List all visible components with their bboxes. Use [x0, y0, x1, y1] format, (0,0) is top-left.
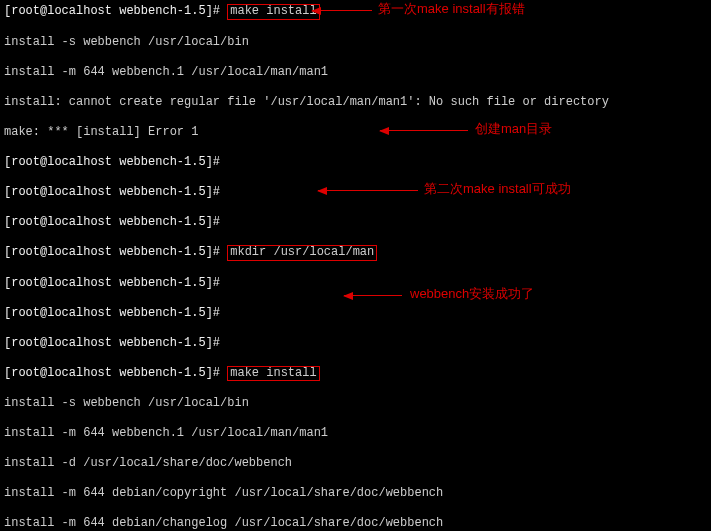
shell-prompt: [root@localhost webbench-1.5]# [4, 306, 220, 320]
output-line-error: install: cannot create regular file '/us… [4, 95, 711, 110]
terminal-output: [root@localhost webbench-1.5]# make inst… [4, 4, 711, 531]
shell-prompt: [root@localhost webbench-1.5]# [4, 185, 220, 199]
cmd-make-install-2: make install [227, 366, 319, 382]
annotation-1: 第一次make install有报错 [378, 1, 525, 17]
shell-prompt: [root@localhost webbench-1.5]# [4, 215, 220, 229]
shell-prompt: [root@localhost webbench-1.5]# [4, 276, 220, 290]
annotation-3: 第二次make install可成功 [424, 181, 571, 197]
cmd-make-install-1: make install [227, 4, 319, 20]
arrow-icon [318, 190, 418, 191]
shell-prompt: [root@localhost webbench-1.5]# [4, 336, 220, 350]
arrow-icon [380, 130, 468, 131]
output-line: install -m 644 debian/changelog /usr/loc… [4, 516, 711, 531]
output-line-error: make: *** [install] Error 1 [4, 125, 711, 140]
arrow-icon [344, 295, 402, 296]
shell-prompt: [root@localhost webbench-1.5]# [4, 366, 220, 380]
annotation-2: 创建man目录 [475, 121, 552, 137]
shell-prompt: [root@localhost webbench-1.5]# [4, 245, 220, 259]
output-line: install -s webbench /usr/local/bin [4, 396, 711, 411]
annotation-4: webbench安装成功了 [410, 286, 534, 302]
shell-prompt: [root@localhost webbench-1.5]# [4, 4, 220, 18]
output-line: install -m 644 webbench.1 /usr/local/man… [4, 426, 711, 441]
output-line: install -s webbench /usr/local/bin [4, 35, 711, 50]
output-line: install -d /usr/local/share/doc/webbench [4, 456, 711, 471]
output-line: install -m 644 debian/copyright /usr/loc… [4, 486, 711, 501]
output-line: install -m 644 webbench.1 /usr/local/man… [4, 65, 711, 80]
shell-prompt: [root@localhost webbench-1.5]# [4, 155, 220, 169]
cmd-mkdir: mkdir /usr/local/man [227, 245, 377, 261]
arrow-icon [312, 10, 372, 11]
